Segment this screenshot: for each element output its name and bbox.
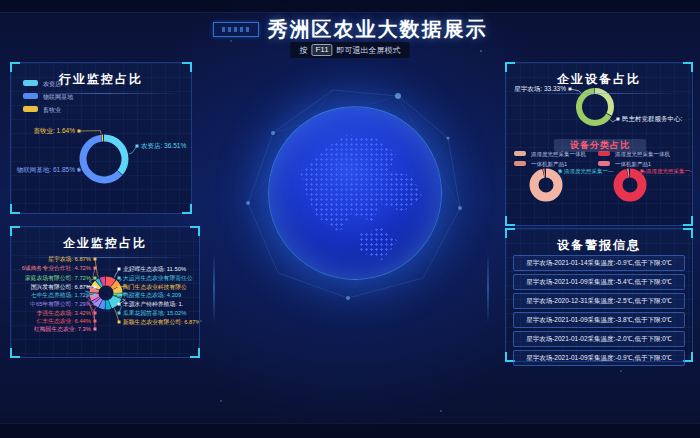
alarm-list: 星宇农场-2021-01-14采集温度:-0.9℃,低于下限:0℃星宇农场-20… [513,255,685,369]
corner-decoration [10,204,20,214]
device-alarm-panel: 设备警报信息 星宇农场-2021-01-14采集温度:-0.9℃,低于下限:0℃… [505,228,693,362]
divider [516,93,682,94]
industry-monitor-panel: 行业监控占比 畜牧业: 1.64%物联网基地: 61.85%农资店: 36.51… [10,62,192,214]
f11-key-hint: F11 [311,44,332,56]
svg-text:一体机新产品1: 一体机新产品1 [531,161,567,168]
svg-text:畜牧业: 畜牧业 [43,106,61,114]
alarm-row: 星宇农场-2021-01-09采集温度:-5.4℃,低于下限:0℃ [513,274,685,290]
fullscreen-tip: 按 F11 即可退出全屏模式 [290,42,409,58]
svg-text:李强生态农场: 3.42%: 李强生态农场: 3.42% [37,309,91,317]
svg-text:一体机新产品1: 一体机新产品1 [615,161,651,168]
corner-decoration [182,204,192,214]
page-title: 秀洲区农业大数据展示 [268,16,488,43]
divider [21,257,189,258]
svg-text:红梅园生态农业: 7.3%: 红梅园生态农业: 7.3% [34,325,91,333]
svg-text:国兴发有限公司: 6.87%: 国兴发有限公司: 6.87% [31,283,91,291]
globe-continents-decoration [269,107,441,279]
alarm-row: 星宇农场-2021-01-09采集温度:-0.9℃,低于下限:0℃ [513,350,685,366]
enterprise-monitor-panel: 企业监控占比 星宇农场: 6.87%6诚商务专业合作社: 4.72%家庭农场有限… [10,226,200,358]
svg-text:鸭甜蜜生态农场: 4.209: 鸭甜蜜生态农场: 4.209 [123,291,181,299]
equipment-panel-title: 企业设备占比 [506,63,692,88]
industry-panel-title: 行业监控占比 [11,63,191,88]
brand-logo [213,22,259,37]
svg-text:瓜果花园苗基地: 15.02%: 瓜果花园苗基地: 15.02% [123,310,186,317]
svg-text:新颖生态农业有限公司: 6.87%: 新颖生态农业有限公司: 6.87% [123,318,199,325]
svg-text:温湿度光照采集一—: 温湿度光照采集一— [646,168,692,175]
bottom-band-decoration [0,423,700,438]
svg-text:中65年有限公司: 7.29%: 中65年有限公司: 7.29% [30,300,91,307]
corner-decoration [10,348,20,358]
svg-text:农资店: 36.51%: 农资店: 36.51% [140,142,186,150]
alarm-panel-title: 设备警报信息 [506,229,692,254]
light-beam-decoration [213,252,215,324]
svg-text:大运河生态农业有限责任公: 大运河生态农业有限责任公 [123,274,193,282]
corner-decoration [683,216,693,226]
alarm-row: 星宇农场-2021-01-14采集温度:-0.9℃,低于下限:0℃ [513,255,685,271]
header: 秀洲区农业大数据展示 [0,16,700,43]
top-band-decoration [0,0,700,13]
svg-text:民主村党群服务中心:: 民主村党群服务中心: [622,115,683,123]
svg-text:七申生态养殖场: 1.72%: 七申生态养殖场: 1.72% [31,292,91,299]
svg-text:家庭农场有限公司: 7.72%: 家庭农场有限公司: 7.72% [25,274,91,282]
svg-text:仁丰生态农业: 6.44%: 仁丰生态农业: 6.44% [37,317,91,324]
alarm-row: 星宇农场-2021-01-09采集温度:-3.8℃,低于下限:0℃ [513,312,685,328]
tip-suffix: 即可退出全屏模式 [337,45,401,56]
divider [21,93,181,94]
equipment-ratio-panel: 企业设备占比 星宇农场: 33.33%民主村党群服务中心: 设备分类占比 温湿度… [505,62,693,226]
tip-prefix: 按 [299,45,307,56]
corner-decoration [190,348,200,358]
svg-text:温湿度光照采集一—: 温湿度光照采集一— [564,168,614,175]
dashboard-stage: 秀洲区农业大数据展示 按 F11 即可退出全屏模式 行业监控占比 畜牧业: 1.… [0,0,700,438]
globe [268,106,442,280]
svg-text:丰源水产特种养殖场: 1.: 丰源水产特种养殖场: 1. [123,300,184,308]
corner-decoration [505,216,515,226]
svg-text:陶门生态农业科技有限公: 陶门生态农业科技有限公 [123,283,187,291]
enterprise-panel-title: 企业监控占比 [11,227,199,252]
svg-text:北好晖生态农场: 11.50%: 北好晖生态农场: 11.50% [123,265,186,273]
alarm-row: 星宇农场-2021-01-02采集温度:-2.0℃,低于下限:0℃ [513,331,685,347]
svg-text:6诚商务专业合作社: 4.72%: 6诚商务专业合作社: 4.72% [22,265,91,271]
svg-text:畜牧业: 1.64%: 畜牧业: 1.64% [33,127,75,135]
svg-text:物联网基地: 61.85%: 物联网基地: 61.85% [17,166,75,174]
light-beam-decoration [487,252,489,324]
alarm-row: 星宇农场-2020-12-31采集温度:-2.5℃,低于下限:0℃ [513,293,685,309]
device-class-subtitle: 设备分类占比 [554,139,646,152]
